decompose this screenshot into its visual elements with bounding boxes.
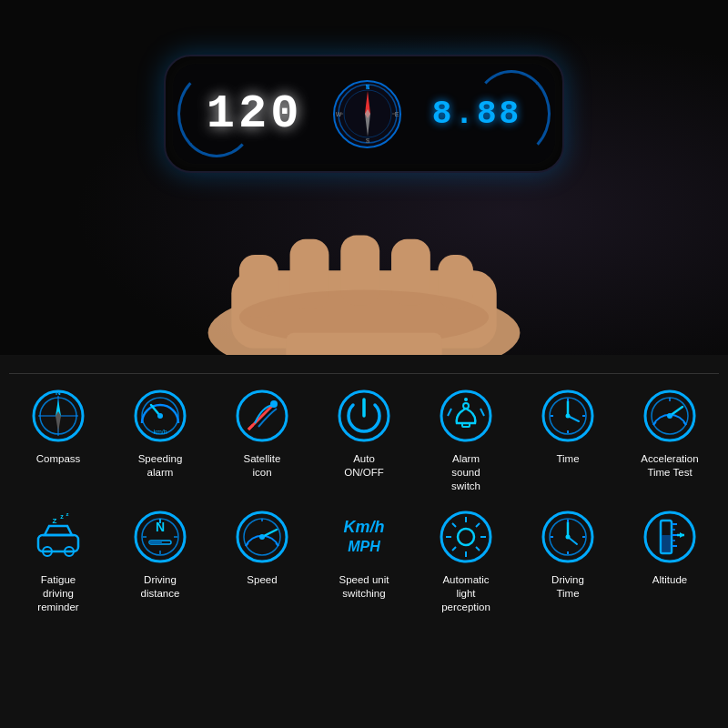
hud-device: 120 N S W E — [164, 55, 564, 173]
features-row-1: N Compass km/h Speedingalarm — [9, 383, 719, 497]
svg-rect-39 — [462, 423, 470, 427]
hud-screen: 120 N S W E — [173, 64, 555, 164]
svg-text:N: N — [56, 389, 61, 397]
feature-auto-light: Automaticlightperception — [417, 504, 515, 618]
feature-fatigue: Z z z Fatiguedrivingreminder — [9, 504, 107, 618]
satellite-icon — [233, 387, 291, 445]
driving-distance-icon: N — [131, 508, 189, 566]
features-row-2: Z z z Fatiguedrivingreminder N — [9, 504, 719, 618]
svg-text:z: z — [60, 513, 64, 520]
feature-driving-distance: N Drivingdistance — [111, 504, 209, 618]
feature-speed-unit: Km/h MPH Speed unitswitching — [315, 504, 413, 618]
divider — [9, 373, 719, 374]
altitude-label: Altitude — [652, 573, 687, 587]
speed-label: Speed — [247, 573, 277, 587]
svg-line-42 — [480, 409, 484, 416]
svg-text:Z: Z — [53, 517, 57, 525]
speed-display: 120 — [207, 87, 303, 141]
driving-time-icon — [539, 508, 597, 566]
feature-speed: Speed — [213, 504, 311, 618]
svg-line-35 — [248, 425, 253, 430]
feature-auto-onoff: AutoON/OFF — [315, 383, 413, 497]
fatigue-label: Fatiguedrivingreminder — [37, 573, 78, 614]
feature-driving-time: DrivingTime — [519, 504, 617, 618]
svg-line-89 — [476, 547, 480, 551]
driving-distance-label: Drivingdistance — [141, 573, 180, 601]
feature-satellite: Satelliteicon — [213, 383, 311, 497]
fatigue-icon: Z z z — [29, 508, 87, 566]
speeding-alarm-icon: km/h — [131, 387, 189, 445]
acceleration-label: AccelerationTime Test — [641, 452, 698, 480]
svg-marker-110 — [680, 532, 684, 538]
auto-onoff-label: AutoON/OFF — [344, 452, 383, 480]
svg-point-43 — [464, 398, 468, 401]
svg-rect-20 — [286, 333, 441, 355]
driving-time-label: DrivingTime — [551, 573, 584, 601]
svg-text:km/h: km/h — [153, 429, 167, 435]
feature-alarm-sound: Alarmsoundswitch — [417, 383, 515, 497]
feature-altitude: Altitude — [621, 504, 719, 618]
power-icon — [335, 387, 393, 445]
clock-icon — [539, 387, 597, 445]
svg-point-83 — [458, 529, 474, 545]
feature-time: Time — [519, 383, 617, 497]
feature-speeding-alarm: km/h Speedingalarm — [111, 383, 209, 497]
speed-unit-label: Speed unitswitching — [339, 573, 389, 601]
svg-line-41 — [448, 409, 451, 416]
svg-rect-74 — [149, 541, 162, 544]
svg-point-78 — [259, 534, 265, 540]
acceleration-icon — [641, 387, 699, 445]
altitude-icon — [641, 508, 699, 566]
svg-marker-3 — [365, 109, 370, 136]
svg-text:z: z — [66, 511, 69, 517]
hand-image — [91, 146, 637, 355]
feature-compass: N Compass — [9, 383, 107, 497]
svg-point-48 — [566, 414, 571, 419]
svg-point-36 — [270, 400, 278, 408]
right-display: 8.88 — [432, 96, 521, 133]
feature-acceleration: AccelerationTime Test — [621, 383, 719, 497]
satellite-label: Satelliteicon — [244, 452, 281, 480]
auto-light-label: Automaticlightperception — [441, 573, 490, 614]
auto-light-icon — [437, 508, 495, 566]
speed-unit-icon: Km/h MPH — [335, 508, 393, 566]
svg-point-40 — [463, 403, 469, 409]
speeding-alarm-label: Speedingalarm — [138, 452, 183, 480]
svg-point-31 — [157, 413, 163, 419]
svg-rect-108 — [662, 535, 671, 552]
product-photo-area: 120 N S W E — [0, 0, 728, 355]
compass-icon: N — [29, 387, 87, 445]
svg-point-56 — [667, 413, 672, 419]
svg-line-90 — [476, 523, 480, 527]
svg-line-91 — [452, 547, 456, 551]
alarm-sound-label: Alarmsoundswitch — [451, 452, 480, 493]
svg-line-88 — [452, 523, 456, 527]
compass-display: N S W E — [333, 80, 401, 148]
time-label: Time — [556, 452, 579, 466]
compass-label: Compass — [36, 452, 81, 466]
speedometer-icon — [233, 508, 291, 566]
svg-point-96 — [566, 534, 571, 539]
alarm-icon — [437, 387, 495, 445]
features-area: N Compass km/h Speedingalarm — [0, 355, 728, 639]
